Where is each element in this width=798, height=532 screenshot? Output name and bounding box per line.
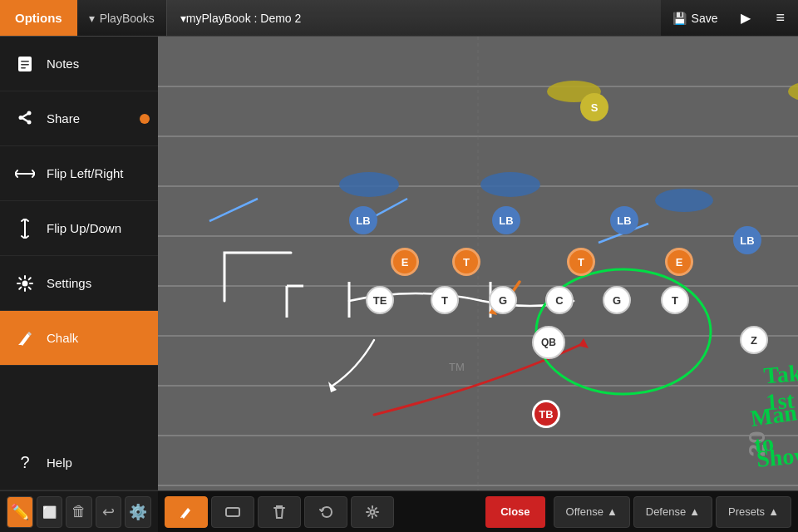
sidebar-item-notes[interactable]: Notes	[0, 37, 158, 91]
player-t4: T	[567, 248, 595, 276]
player-tb: TB	[532, 400, 560, 428]
presets-button[interactable]: Presets ▲	[716, 496, 791, 528]
gear-button[interactable]: ⚙️	[125, 496, 151, 528]
sidebar-spacer	[0, 366, 158, 436]
eraser-tool-button[interactable]: ⬜	[37, 496, 63, 528]
player-t1: T	[431, 286, 459, 314]
undo-button[interactable]: ↩	[96, 496, 122, 528]
sidebar-item-share[interactable]: Share	[0, 91, 158, 146]
player-z: Z	[740, 326, 768, 354]
playbooks-chevron: ▾	[89, 12, 95, 25]
player-t3: T	[452, 248, 480, 276]
sidebar-item-flip-ud[interactable]: Flip Up/Down	[0, 201, 158, 256]
svg-point-6	[19, 116, 23, 120]
player-lb2: LB	[492, 206, 520, 234]
eraser-button[interactable]	[211, 496, 254, 528]
preset-buttons: Offense ▲ Defense ▲ Presets ▲	[554, 496, 791, 528]
flip-ud-icon	[13, 217, 37, 240]
sidebar: Notes Share Flip Left/Right	[0, 37, 158, 532]
pen-button[interactable]	[165, 496, 208, 528]
player-c: C	[545, 286, 574, 314]
playbooks-button[interactable]: ▾ PlayBooks	[77, 0, 166, 36]
player-g1: G	[489, 286, 517, 314]
sidebar-item-flip-lr[interactable]: Flip Left/Right	[0, 146, 158, 201]
field[interactable]: 20	[158, 37, 798, 490]
flip-lr-label: Flip Left/Right	[47, 166, 124, 180]
player-g2: G	[603, 286, 631, 314]
chalk-label: Chalk	[47, 331, 78, 345]
notes-label: Notes	[47, 57, 79, 71]
title-chevron: ▾	[180, 12, 186, 25]
svg-rect-2	[21, 64, 29, 66]
player-e2: E	[665, 248, 693, 276]
svg-point-4	[27, 111, 32, 115]
settings-icon	[13, 272, 37, 295]
sidebar-bottom-toolbar: ✏️ ⬜ 🗑 ↩ ⚙️	[0, 490, 158, 532]
player-s: S	[580, 93, 608, 121]
delete-button[interactable]	[258, 496, 301, 528]
flip-lr-icon	[13, 162, 37, 185]
header: Options ▾ PlayBooks ▾ myPlayBook : Demo …	[0, 0, 798, 37]
defense-button[interactable]: Defense ▲	[633, 496, 712, 528]
share-label: Share	[47, 111, 80, 126]
save-icon: 💾	[672, 12, 687, 25]
sidebar-item-help[interactable]: ? Help	[0, 436, 158, 490]
svg-rect-1	[21, 61, 29, 62]
svg-point-7	[22, 280, 28, 286]
player-qb: QB	[532, 326, 565, 359]
play-icon: ▶	[741, 10, 751, 26]
play-button[interactable]: ▶	[729, 0, 762, 36]
help-icon: ?	[13, 451, 37, 475]
chalk-icon	[13, 327, 37, 350]
settings-btn[interactable]	[351, 496, 394, 528]
close-button[interactable]: Close	[485, 496, 544, 528]
player-e1: E	[391, 248, 419, 276]
sidebar-item-chalk[interactable]: Chalk	[0, 311, 158, 366]
menu-button[interactable]: ≡	[762, 0, 798, 36]
trash-button[interactable]: 🗑	[66, 496, 92, 528]
playbooks-label: PlayBooks	[100, 12, 155, 25]
settings-label: Settings	[47, 276, 91, 290]
playbook-title: ▾ myPlayBook : Demo 2	[166, 0, 661, 36]
svg-line-27	[209, 199, 258, 221]
player-t2: T	[661, 286, 689, 314]
hamburger-icon: ≡	[776, 9, 785, 27]
player-te: TE	[366, 286, 394, 314]
svg-marker-24	[328, 382, 337, 392]
pen-tool-button[interactable]: ✏️	[7, 496, 33, 528]
player-lb3: LB	[610, 206, 638, 234]
svg-rect-31	[226, 508, 239, 516]
save-button[interactable]: 💾 Save	[661, 0, 730, 36]
player-lb1: LB	[349, 206, 377, 234]
svg-point-5	[27, 120, 32, 124]
help-label: Help	[47, 456, 72, 470]
field-bottom-toolbar: Close Offense ▲ Defense ▲ Presets ▲	[158, 490, 798, 532]
svg-rect-3	[21, 67, 26, 69]
tm-watermark: TM	[449, 361, 465, 373]
chalk-text-3: Show	[756, 441, 798, 473]
undo-btn[interactable]	[304, 496, 347, 528]
offense-button[interactable]: Offense ▲	[554, 496, 630, 528]
flip-ud-label: Flip Up/Down	[47, 221, 121, 235]
share-dot	[140, 114, 150, 124]
options-button[interactable]: Options	[0, 0, 77, 36]
main-layout: Notes Share Flip Left/Right	[0, 37, 798, 532]
notes-icon	[13, 52, 37, 76]
player-lb4: LB	[733, 226, 761, 254]
sidebar-item-settings[interactable]: Settings	[0, 256, 158, 311]
svg-point-32	[371, 510, 375, 514]
share-icon	[13, 107, 37, 131]
svg-marker-25	[579, 338, 589, 348]
